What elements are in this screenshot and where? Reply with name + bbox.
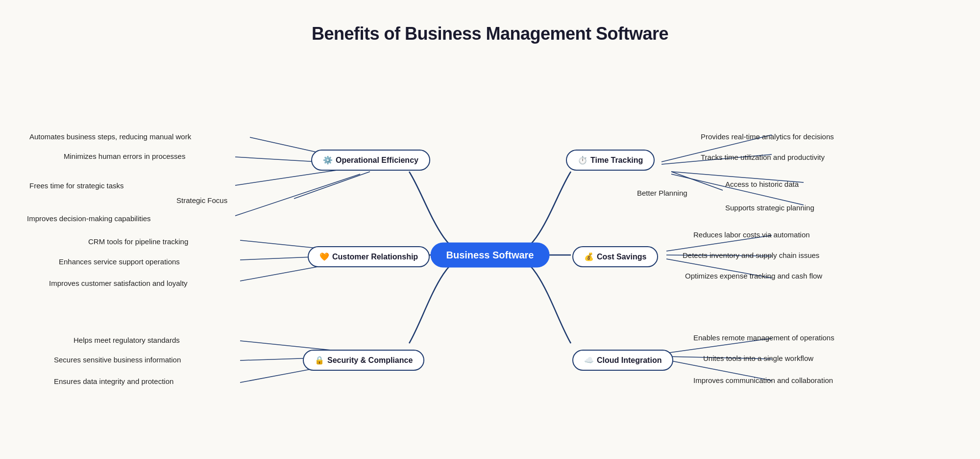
money-icon: 💰	[584, 252, 594, 261]
branch-customer: 🧡 Customer Relationship	[308, 246, 430, 267]
branch-operational: ⚙️ Operational Efficiency	[311, 150, 430, 171]
page-title: Benefits of Business Management Software	[0, 0, 980, 44]
leaf-realtime: Provides real-time analytics for decisio…	[701, 131, 834, 142]
leaf-historic: Access to historic data	[725, 179, 799, 189]
branch-security: 🔒 Security & Compliance	[303, 350, 424, 371]
branch-cloud: ☁️ Cloud Integration	[572, 350, 673, 371]
leaf-expense: Optimizes expense tracking and cash flow	[685, 271, 822, 281]
leaf-unites: Unites tools into a single workflow	[703, 353, 813, 363]
leaf-improves-decision: Improves decision-making capabilities	[27, 213, 151, 224]
gear-icon: ⚙️	[323, 155, 333, 165]
svg-line-3	[294, 172, 370, 199]
leaf-crm: CRM tools for pipeline tracking	[88, 236, 188, 247]
center-node: Business Software	[431, 243, 550, 268]
leaf-secures: Secures sensitive business information	[54, 355, 181, 365]
leaf-strategic-focus: Strategic Focus	[176, 195, 227, 205]
leaf-regulatory: Helps meet regulatory standards	[74, 335, 180, 345]
svg-line-4	[235, 174, 360, 216]
leaf-inventory: Detects inventory and supply chain issue…	[683, 250, 819, 260]
mind-map: Business Software ⚙️ Operational Efficie…	[0, 59, 980, 451]
cloud-icon: ☁️	[584, 356, 594, 365]
leaf-remote: Enables remote management of operations	[693, 332, 834, 343]
branch-timetracking: ⏱️ Time Tracking	[566, 150, 655, 171]
leaf-minimizes: Minimizes human errors in processes	[64, 151, 185, 161]
leaf-enhances: Enhances service support operations	[59, 256, 180, 267]
leaf-automates: Automates business steps, reducing manua…	[29, 131, 191, 142]
branch-costsavings: 💰 Cost Savings	[572, 246, 658, 267]
heart-icon: 🧡	[319, 252, 329, 261]
lock-icon: 🔒	[315, 356, 324, 365]
leaf-customer-sat: Improves customer satisfaction and loyal…	[49, 278, 188, 288]
leaf-ensures: Ensures data integrity and protection	[54, 376, 173, 386]
leaf-frees: Frees time for strategic tasks	[29, 180, 124, 191]
leaf-strategic-planning: Supports strategic planning	[725, 203, 814, 213]
leaf-better-planning: Better Planning	[637, 188, 687, 198]
clock-icon: ⏱️	[578, 155, 588, 165]
leaf-communication: Improves communication and collaboration	[693, 375, 833, 385]
leaf-labor-costs: Reduces labor costs via automation	[693, 230, 810, 240]
leaf-tracks-time: Tracks time utilization and productivity	[701, 152, 825, 162]
